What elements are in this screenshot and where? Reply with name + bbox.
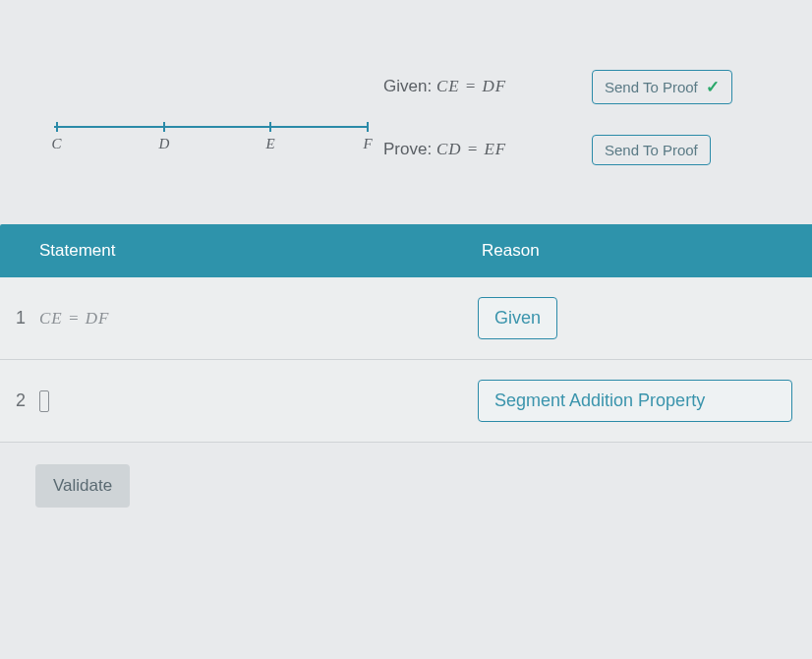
table-row: 1 CE = DF Given [0,277,812,360]
table-header: Statement Reason [0,224,812,277]
given-label: Given: CE = DF [383,77,506,96]
point-f-label: F [363,136,372,152]
row-number: 1 [0,308,29,329]
point-e-label: E [265,136,274,152]
prove-expression: CD = EF [436,140,506,158]
validate-button[interactable]: Validate [35,464,130,508]
table-row: 2 Segment Addition Property [0,360,812,443]
point-c-label: C [52,136,62,152]
header-reason: Reason [482,241,812,261]
statement-cell[interactable] [29,390,478,412]
proof-table: Statement Reason 1 CE = DF Given 2 Segme… [0,224,812,508]
given-expression: CE = DF [436,77,506,95]
send-to-proof-prove-button[interactable]: Send To Proof [592,135,711,165]
row-number: 2 [0,390,29,411]
header-statement: Statement [0,241,482,261]
reason-segment-addition-button[interactable]: Segment Addition Property [478,380,792,422]
prove-label: Prove: CD = EF [383,140,506,159]
diagram: C D E F [29,59,383,157]
check-icon: ✓ [706,77,720,97]
number-line [54,126,369,128]
send-to-proof-given-button[interactable]: Send To Proof ✓ [592,70,732,104]
point-d-label: D [159,136,170,152]
reason-given-button[interactable]: Given [478,297,557,339]
input-cursor-icon [39,390,49,412]
statement-cell[interactable]: CE = DF [29,309,478,329]
